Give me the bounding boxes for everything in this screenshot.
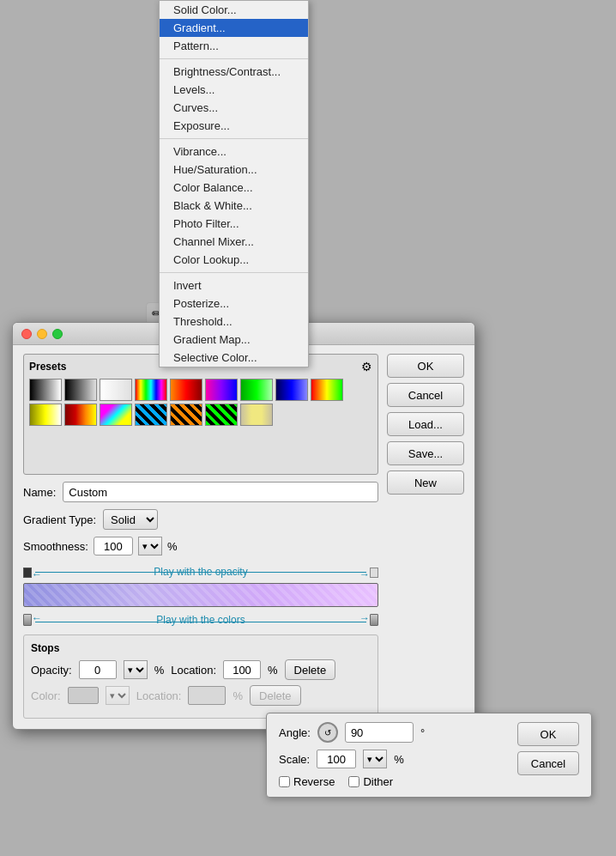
name-row: Name: [23, 482, 378, 502]
bottom-cancel-button[interactable]: Cancel [517, 751, 579, 775]
menu-item-brightness[interactable]: Brightness/Contrast... [160, 63, 308, 81]
menu-item-exposure[interactable]: Exposure... [160, 117, 308, 135]
opacity-stops-select[interactable]: ▾ [124, 660, 148, 679]
opacity-loc-label: Location: [171, 664, 216, 677]
menu-item-gradient[interactable]: Gradient... [160, 19, 308, 37]
color-loc-unit: % [233, 689, 243, 702]
zoom-button[interactable] [52, 329, 63, 339]
name-label: Name: [23, 486, 56, 499]
menu-item-color-balance[interactable]: Color Balance... [160, 179, 308, 197]
gradient-type-select[interactable]: Solid Noise [103, 509, 158, 530]
separator-2 [160, 138, 308, 139]
opacity-stops-unit: % [154, 664, 165, 677]
dither-label: Dither [363, 775, 393, 788]
preset-swatch-1[interactable] [29, 379, 62, 401]
preset-swatch-7[interactable] [240, 379, 273, 401]
editor-layout: Presets ⚙ [23, 354, 464, 719]
presets-gear-icon[interactable]: ⚙ [361, 360, 372, 373]
smoothness-label: Smoothness: [23, 540, 88, 553]
menu-item-channel-mixer[interactable]: Channel Mixer... [160, 233, 308, 251]
editor-left: Presets ⚙ [23, 354, 378, 719]
reverse-checkbox-item: Reverse [279, 775, 335, 788]
gradient-bar-overlay [24, 584, 377, 606]
reverse-label: Reverse [293, 775, 335, 788]
opacity-stops-input[interactable] [79, 660, 117, 679]
presets-title: Presets [29, 361, 66, 373]
menu-item-posterize[interactable]: Posterize... [160, 294, 308, 313]
checkbox-row: Reverse Dither [279, 775, 425, 788]
menu-item-hue-saturation[interactable]: Hue/Saturation... [160, 161, 308, 179]
preset-swatch-8[interactable] [275, 379, 308, 401]
stops-title: Stops [31, 642, 371, 654]
cancel-button[interactable]: Cancel [387, 383, 464, 407]
editor-right: OK Cancel Load... Save... New [387, 354, 464, 719]
scale-input[interactable] [317, 750, 356, 768]
menu-item-solid-color[interactable]: Solid Color... [160, 1, 308, 19]
color-loc-input [188, 686, 226, 705]
menu-item-gradient-map[interactable]: Gradient Map... [160, 331, 308, 349]
presets-grid [29, 379, 372, 426]
preset-swatch-3[interactable] [100, 379, 132, 401]
stops-section: Stops Opacity: ▾ % Location: % Delete [23, 634, 378, 719]
preset-swatch-5[interactable] [170, 379, 202, 401]
smoothness-row: Smoothness: ▾ % [23, 537, 378, 555]
menu-item-black-white[interactable]: Black & White... [160, 197, 308, 215]
preset-swatch-15[interactable] [205, 404, 238, 426]
menu-item-threshold[interactable]: Threshold... [160, 313, 308, 331]
gradient-type-label: Gradient Type: [23, 513, 96, 526]
smoothness-input[interactable] [94, 537, 133, 555]
close-button[interactable] [21, 329, 32, 339]
degree-symbol: ° [420, 726, 425, 739]
smoothness-select[interactable]: ▾ [138, 537, 162, 555]
menu-item-vibrance[interactable]: Vibrance... [160, 143, 308, 161]
menu-item-levels[interactable]: Levels... [160, 81, 308, 99]
color-stops-select[interactable]: ▾ [106, 686, 130, 705]
opacity-loc-input[interactable] [223, 660, 261, 679]
angle-input[interactable] [345, 722, 414, 743]
preset-swatch-16[interactable] [240, 404, 273, 426]
color-delete-btn: Delete [250, 685, 301, 706]
color-swatch[interactable] [68, 687, 99, 704]
name-input[interactable] [63, 482, 378, 502]
preset-swatch-6[interactable] [205, 379, 238, 401]
dither-checkbox[interactable] [348, 776, 359, 787]
color-stop-right[interactable] [370, 614, 378, 626]
color-stops-row-ui: Color: ▾ Location: % Delete [31, 685, 371, 706]
color-arrow-right: → [359, 612, 370, 624]
bottom-panel: Angle: ↺ ° Scale: ▾ % Reverse D [266, 713, 592, 798]
preset-swatch-4[interactable] [135, 379, 167, 401]
new-button[interactable]: New [387, 470, 464, 495]
preset-swatch-9[interactable] [311, 379, 343, 401]
gradient-bar-area: Play with the opacity ← → Play with the … [23, 564, 378, 628]
scale-select[interactable]: ▾ [363, 750, 387, 768]
bottom-ok-button[interactable]: OK [517, 722, 579, 746]
opacity-arrow-right: → [359, 568, 370, 580]
gradient-bar[interactable] [23, 583, 378, 607]
angle-dial[interactable]: ↺ [317, 722, 338, 743]
menu-item-photo-filter[interactable]: Photo Filter... [160, 215, 308, 233]
preset-swatch-2[interactable] [64, 379, 97, 401]
angle-row: Angle: ↺ ° [279, 722, 425, 743]
opacity-delete-btn[interactable]: Delete [285, 659, 336, 680]
preset-swatch-10[interactable] [29, 404, 62, 426]
ok-button[interactable]: OK [387, 354, 464, 378]
color-stop-left[interactable] [23, 614, 32, 626]
menu-item-selective-color[interactable]: Selective Color... [160, 349, 308, 367]
preset-swatch-13[interactable] [135, 404, 167, 426]
preset-swatch-12[interactable] [100, 404, 132, 426]
menu-item-curves[interactable]: Curves... [160, 99, 308, 117]
opacity-stop-right[interactable] [370, 568, 378, 578]
preset-swatch-11[interactable] [64, 404, 97, 426]
scale-row: Scale: ▾ % [279, 750, 425, 768]
load-button[interactable]: Load... [387, 412, 464, 436]
minimize-button[interactable] [37, 329, 47, 339]
menu-item-pattern[interactable]: Pattern... [160, 37, 308, 55]
menu-item-invert[interactable]: Invert [160, 276, 308, 294]
preset-swatch-14[interactable] [170, 404, 202, 426]
opacity-arrow-left: ← [32, 568, 42, 580]
opacity-stop-left[interactable] [23, 568, 32, 578]
reverse-checkbox[interactable] [279, 776, 290, 787]
scale-unit: % [394, 753, 404, 766]
save-button[interactable]: Save... [387, 441, 464, 465]
menu-item-color-lookup[interactable]: Color Lookup... [160, 251, 308, 269]
